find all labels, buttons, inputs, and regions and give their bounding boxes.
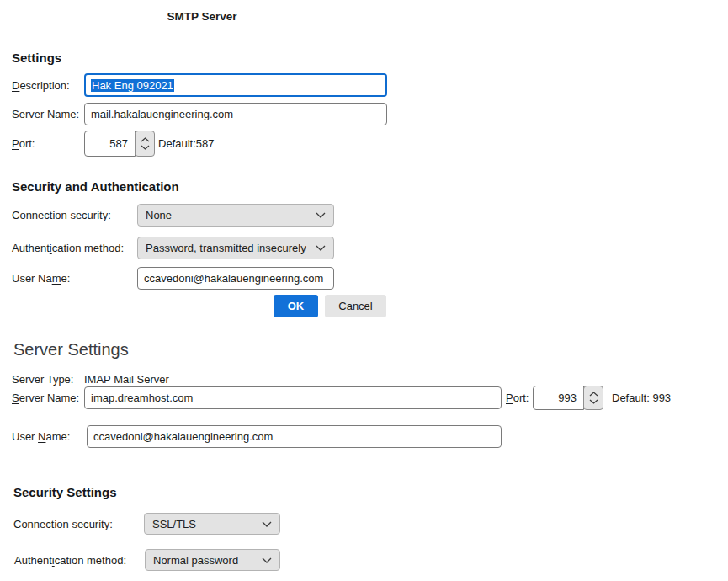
- imap-port-field: 993: [533, 386, 603, 410]
- imap-user-name-input[interactable]: [87, 425, 502, 448]
- imap-server-name-label: Server Name:: [12, 392, 79, 404]
- chevron-up-icon: [141, 137, 150, 142]
- smtp-connection-security-label: Connection security:: [12, 209, 111, 221]
- smtp-port-row: Port:: [12, 131, 35, 157]
- server-settings-heading: Server Settings: [13, 340, 129, 360]
- smtp-port-input[interactable]: 587: [84, 131, 136, 157]
- smtp-server-name-label: Server Name:: [12, 108, 79, 120]
- imap-port-input[interactable]: 993: [533, 386, 584, 410]
- cancel-button[interactable]: Cancel: [325, 295, 386, 317]
- page-connection-security-value: SSL/TLS: [152, 518, 196, 530]
- page-auth-method-label: Authentication method:: [14, 554, 126, 567]
- smtp-auth-method-row: Authentication method:: [12, 237, 124, 259]
- smtp-user-name-label: User Name:: [12, 272, 70, 285]
- server-type-label: Server Type:: [12, 373, 84, 386]
- description-input[interactable]: Hak Eng 092021: [84, 73, 387, 97]
- security-settings-heading: Security Settings: [13, 485, 117, 499]
- page-connection-security-select[interactable]: SSL/TLS: [144, 513, 280, 535]
- smtp-port-default: Default:587: [158, 131, 215, 157]
- smtp-auth-method-value: Password, transmitted insecurely: [146, 242, 306, 254]
- smtp-user-name-input[interactable]: [137, 267, 334, 290]
- chevron-down-icon: [141, 145, 150, 150]
- smtp-server-name-input[interactable]: [84, 103, 387, 125]
- account-settings-page: SMTP Server Settings Description: Hak En…: [0, 0, 728, 581]
- page-connection-security-row: Connection security:: [13, 513, 113, 535]
- page-auth-method-select[interactable]: Normal password: [145, 549, 280, 571]
- page-connection-security-label: Connection security:: [13, 518, 113, 530]
- chevron-down-icon: [262, 521, 272, 527]
- description-label: Description:: [12, 79, 70, 92]
- imap-port-spinner[interactable]: [583, 386, 603, 410]
- page-auth-method-value: Normal password: [153, 554, 238, 567]
- smtp-auth-method-label: Authentication method:: [12, 242, 124, 254]
- chevron-up-icon: [589, 392, 598, 397]
- smtp-connection-security-value: None: [146, 209, 172, 221]
- smtp-user-name-row: User Name:: [12, 267, 70, 290]
- server-type-row: Server Type: IMAP Mail Server: [12, 372, 169, 386]
- smtp-port-field: 587: [84, 131, 155, 157]
- ok-button[interactable]: OK: [274, 295, 318, 317]
- smtp-port-label: Port:: [12, 137, 35, 150]
- chevron-down-icon: [262, 557, 272, 563]
- smtp-port-spinner[interactable]: [135, 131, 155, 157]
- chevron-down-icon: [316, 212, 326, 218]
- imap-server-name-row: Server Name:: [12, 386, 79, 409]
- imap-port-default: Default: 993: [612, 386, 671, 410]
- smtp-auth-method-select[interactable]: Password, transmitted insecurely: [137, 237, 334, 259]
- chevron-down-icon: [589, 399, 598, 404]
- chevron-down-icon: [316, 245, 326, 251]
- imap-user-name-row: User Name:: [12, 425, 70, 448]
- smtp-dialog-title: SMTP Server: [0, 10, 404, 23]
- security-auth-heading: Security and Authentication: [12, 179, 179, 194]
- smtp-connection-security-row: Connection security:: [12, 204, 111, 227]
- smtp-server-name-row: Server Name:: [12, 103, 79, 125]
- server-type-value: IMAP Mail Server: [84, 373, 169, 386]
- page-auth-method-row: Authentication method:: [14, 549, 126, 571]
- settings-heading: Settings: [12, 51, 61, 65]
- smtp-connection-security-select[interactable]: None: [137, 204, 334, 227]
- imap-server-name-input[interactable]: [84, 386, 502, 409]
- imap-port-label-wrap: Port:: [506, 386, 529, 409]
- imap-port-label: Port:: [506, 392, 529, 404]
- description-row: Description:: [12, 73, 70, 97]
- description-selected-text: Hak Eng 092021: [91, 79, 174, 92]
- imap-user-name-label: User Name:: [12, 430, 70, 443]
